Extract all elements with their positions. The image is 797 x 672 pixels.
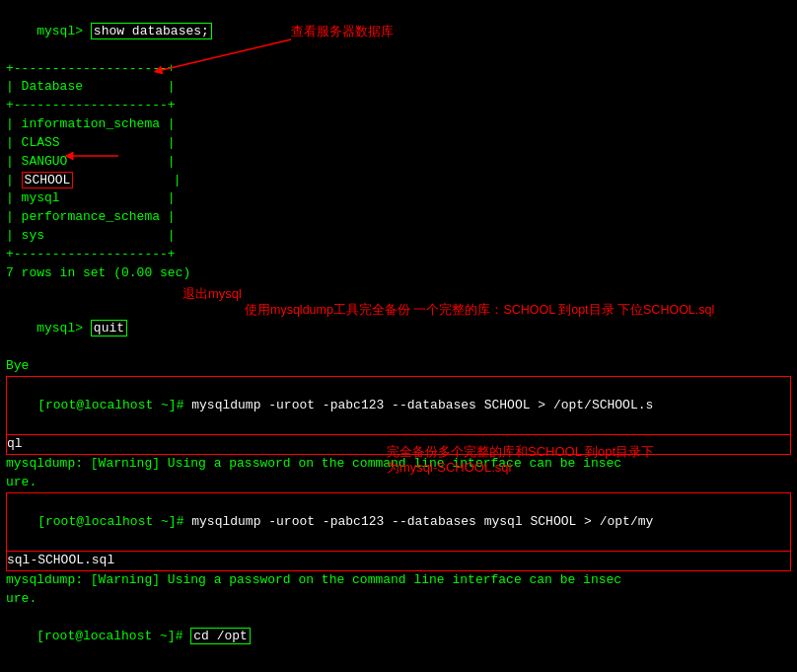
row-information-schema: | information_schema |	[6, 115, 791, 134]
warn1-line1: mysqldump: [Warning] Using a password on…	[6, 455, 791, 474]
cmd-mysqldump-school: [root@localhost ~]# mysqldump -uroot -pa…	[6, 376, 791, 436]
row-sys: | sys |	[6, 227, 791, 246]
row-school: | SCHOOL |	[6, 172, 791, 190]
table-border-mid: +--------------------+	[6, 97, 791, 115]
cmd-mysqldump-school-cont: ql	[6, 435, 791, 455]
quit-cmd: quit	[91, 320, 127, 336]
warn1-line2: ure.	[6, 474, 791, 492]
line-quit: mysql> quit	[6, 302, 791, 358]
warn2-line2: ure.	[6, 590, 791, 609]
table-border-top: +--------------------+	[6, 60, 791, 79]
line-show-databases: mysql> show databases;	[6, 4, 791, 60]
mysql-prompt: mysql>	[36, 24, 91, 38]
row-performance: | performance_schema |	[6, 208, 791, 227]
warn2-line1: mysqldump: [Warning] Using a password on…	[6, 571, 791, 590]
school-value: SCHOOL	[22, 172, 74, 188]
line-cd-opt: [root@localhost ~]# cd /opt	[6, 609, 791, 665]
cd-opt-cmd: cd /opt	[190, 628, 251, 644]
cmd-mysqldump-multi: [root@localhost ~]# mysqldump -uroot -pa…	[6, 492, 791, 553]
line-ls: [root@localhost opt]# ls	[6, 665, 791, 672]
show-databases-cmd: show databases;	[91, 23, 212, 39]
mysql-prompt2: mysql>	[36, 321, 91, 336]
terminal-window: mysql> show databases; +----------------…	[0, 0, 797, 672]
row-class: | CLASS |	[6, 134, 791, 153]
class-value: CLASS	[22, 135, 60, 150]
bye-line: Bye	[6, 357, 791, 376]
table-border-bottom: +--------------------+	[6, 246, 791, 264]
cmd-mysqldump-multi-cont: sql-SCHOOL.sql	[6, 552, 791, 571]
table-header: | Database |	[6, 78, 791, 97]
row-mysql: | mysql |	[6, 189, 791, 208]
row-sanguo: | SANGUO |	[6, 153, 791, 172]
blank1	[6, 283, 791, 302]
row-count: 7 rows in set (0.00 sec)	[6, 264, 791, 283]
